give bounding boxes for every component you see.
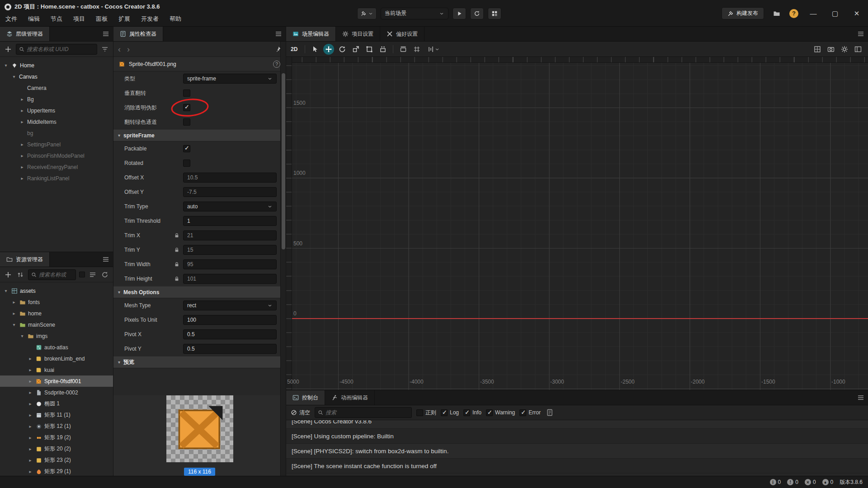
hierarchy-node-receiveenergypanel[interactable]: ▸ReceiveEnergyPanel <box>0 161 113 173</box>
section-preview[interactable]: ▾预览 <box>113 356 286 368</box>
select-tool[interactable] <box>310 44 321 55</box>
flip-vertical-checkbox[interactable] <box>183 89 190 97</box>
close-button[interactable]: ✕ <box>850 7 863 20</box>
log-line[interactable]: [Scene] [PHYSICS2D]: switch from box2d-w… <box>286 444 868 459</box>
hierarchy-node-canvas[interactable]: ▾Canvas <box>0 71 113 82</box>
console-menu-icon[interactable] <box>857 394 864 401</box>
assets-list-view-icon[interactable] <box>88 270 97 279</box>
asset-item-rect-29[interactable]: ▸矩形 29 (1) <box>0 466 113 476</box>
asset-item-fonts[interactable]: ▸fonts <box>0 296 113 308</box>
pivot-x-input[interactable] <box>187 331 273 338</box>
asset-item-rect-23[interactable]: ▸矩形 23 (2) <box>0 455 113 466</box>
2d-3d-toggle[interactable]: 2D <box>291 46 297 52</box>
hierarchy-node-camera[interactable]: Camera <box>0 82 113 94</box>
trim-type-select[interactable]: auto <box>183 202 277 211</box>
status-notification-count[interactable]: ♦0 <box>822 479 834 485</box>
ui-transform-tool[interactable] <box>377 44 388 55</box>
asset-item-rect-19[interactable]: ▸矩形 19 (2) <box>0 432 113 443</box>
menu-file[interactable]: 文件 <box>5 15 17 23</box>
add-asset-button[interactable] <box>4 270 13 279</box>
menu-extension[interactable]: 扩展 <box>118 15 130 23</box>
screenshot-button[interactable] <box>826 44 836 55</box>
scene-menu-icon[interactable] <box>857 30 864 38</box>
status-info-count[interactable]: ×0 <box>805 479 816 485</box>
clear-console-button[interactable]: 清空 <box>291 409 310 417</box>
asset-item-assets[interactable]: ▾assets <box>0 285 113 296</box>
tab-assets[interactable]: 资源管理器 <box>0 252 50 267</box>
gizmo-settings[interactable] <box>425 44 442 55</box>
tab-animation-editor[interactable]: 动画编辑器 <box>325 390 375 405</box>
inspector-menu-icon[interactable] <box>275 30 282 38</box>
tab-inspector[interactable]: 属性检查器 <box>113 27 163 41</box>
hierarchy-node-poinsonfishmodepanel[interactable]: ▸PoinsonFishModePanel <box>0 150 113 161</box>
asset-item-brokenlimb-end[interactable]: ▸brokenLimb_end <box>0 353 113 364</box>
layout-split-button[interactable] <box>853 44 863 55</box>
section-spriteframe[interactable]: ▾spriteFrame <box>113 129 286 141</box>
menu-panel[interactable]: 面板 <box>96 15 108 23</box>
assets-refresh-icon[interactable] <box>100 270 109 279</box>
rotated-checkbox[interactable] <box>183 160 190 167</box>
rect-tool[interactable] <box>364 44 375 55</box>
tab-console[interactable]: 控制台 <box>286 390 325 405</box>
minimize-button[interactable]: — <box>807 7 820 20</box>
asset-item-auto-atlas[interactable]: auto-atlas <box>0 342 113 353</box>
hierarchy-node-bg-leaf[interactable]: bg <box>0 127 113 139</box>
assets-search-input[interactable] <box>39 272 73 278</box>
section-mesh-options[interactable]: ▾Mesh Options <box>113 286 286 298</box>
offset-y-input[interactable] <box>187 189 273 195</box>
filter-warning[interactable]: Warning <box>486 409 515 416</box>
status-error-count[interactable]: i0 <box>770 479 781 485</box>
scene-gear-button[interactable] <box>839 44 850 55</box>
asset-item-rect-11[interactable]: ▸矩形 11 (1) <box>0 409 113 421</box>
filter-info[interactable]: Info <box>463 409 481 416</box>
mesh-type-select[interactable]: rect <box>183 300 277 310</box>
offset-x-input[interactable] <box>187 174 273 181</box>
menu-edit[interactable]: 编辑 <box>28 15 40 23</box>
asset-item-ellipse-1[interactable]: ▸椭圆 1 <box>0 398 113 409</box>
asset-item-mainscene[interactable]: ▾mainScene <box>0 319 113 330</box>
project-folder-button[interactable] <box>772 9 781 18</box>
sort-assets-icon[interactable] <box>16 270 25 279</box>
menu-developer[interactable]: 开发者 <box>141 15 159 23</box>
preview-device-button[interactable] <box>357 8 377 19</box>
play-button[interactable] <box>453 8 466 19</box>
tab-hierarchy[interactable]: 层级管理器 <box>0 27 50 41</box>
asset-item-sprite-0fsdf001[interactable]: ▸Sprite-0fsdf001 <box>0 375 113 387</box>
tab-project-settings[interactable]: 项目设置 <box>336 27 380 41</box>
console-search-input[interactable] <box>326 409 409 416</box>
hierarchy-node-rankinglistpanel[interactable]: ▸RankingListPanel <box>0 173 113 184</box>
filter-regex[interactable]: 正则 <box>416 409 436 417</box>
hierarchy-node-settingspanel[interactable]: ▸SettingsPanel <box>0 139 113 150</box>
type-select[interactable]: sprite-frame <box>183 74 277 84</box>
trim-x-input[interactable] <box>187 232 273 239</box>
menu-project[interactable]: 项目 <box>73 15 85 23</box>
filter-error[interactable]: Error <box>519 409 541 416</box>
add-node-button[interactable] <box>4 45 13 54</box>
hierarchy-node-home[interactable]: ▾Home <box>0 60 113 71</box>
qr-preview-button[interactable] <box>488 8 501 19</box>
log-line[interactable]: [Scene] Using custom pipeline: Builtin <box>286 429 868 444</box>
log-line[interactable]: [Scene] Cocos Creator v3.8.6 <box>286 420 868 429</box>
assets-menu-icon[interactable] <box>102 256 109 263</box>
tab-preferences[interactable]: 偏好设置 <box>380 27 425 41</box>
maximize-button[interactable]: ▢ <box>828 7 842 20</box>
asset-item-rect-20[interactable]: ▸矩形 20 (2) <box>0 443 113 455</box>
asset-type-swatch[interactable] <box>79 272 85 277</box>
asset-item-imgs[interactable]: ▾imgs <box>0 330 113 342</box>
asset-item-home[interactable]: ▸home <box>0 308 113 319</box>
asset-item-ssdprite-0002[interactable]: ▸Ssdprite-0002 <box>0 387 113 398</box>
hierarchy-search-input[interactable] <box>27 46 94 52</box>
inspector-back-button[interactable]: ‹ <box>118 45 121 53</box>
build-button[interactable]: 构建发布 <box>722 7 764 19</box>
flip-green-checkbox[interactable] <box>183 118 190 126</box>
hierarchy-node-middleitems[interactable]: ▸MiddleItems <box>0 116 113 127</box>
current-scene-select[interactable]: 当前场景 <box>381 8 448 19</box>
menu-node[interactable]: 节点 <box>51 15 62 23</box>
log-line[interactable]: [Scene] The scene instant cache function… <box>286 459 868 474</box>
tab-scene-editor[interactable]: 场景编辑器 <box>286 27 336 41</box>
status-warning-count[interactable]: !0 <box>787 479 798 485</box>
trim-threshold-input[interactable] <box>187 218 273 224</box>
snap-grid-tool[interactable] <box>411 44 422 55</box>
move-tool[interactable] <box>323 44 334 55</box>
inspector-scrollbar[interactable] <box>280 42 286 476</box>
